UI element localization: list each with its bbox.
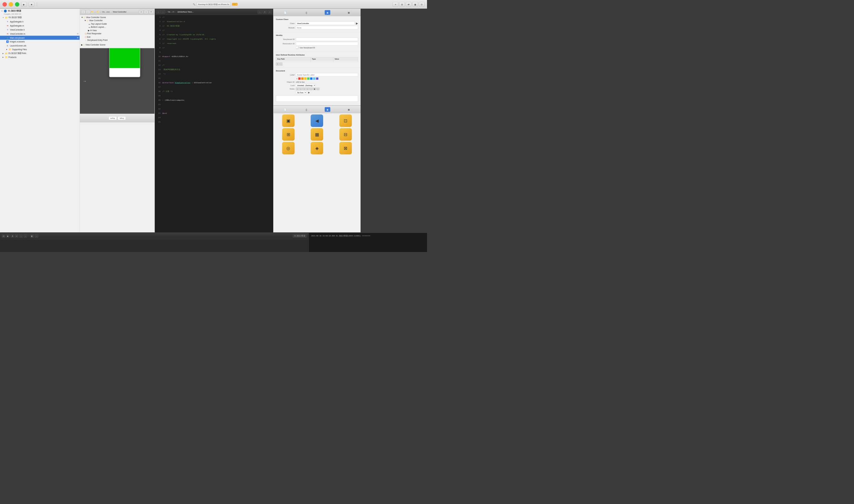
ui-lib-gridview[interactable]: ⊠ (339, 142, 352, 155)
ui-lib-collectionview[interactable]: ▦ (311, 128, 323, 141)
ud-remove-btn[interactable]: − (279, 63, 283, 66)
sidebar-item-mainstoryboard[interactable]: ◧ Main.storyboard M (0, 36, 80, 40)
warning-btn[interactable]: ⚠ (139, 10, 144, 14)
label-input[interactable] (296, 73, 358, 76)
ud-add-btn[interactable]: + (276, 63, 279, 66)
color-x-icon[interactable]: ✕ (296, 77, 298, 80)
minimize-button[interactable] (9, 2, 13, 6)
scene-bottom-layout[interactable]: ▬ Bottom Layout… (80, 25, 155, 29)
notes-textarea[interactable] (276, 95, 358, 102)
lib-tab-media[interactable]: ▣ (346, 107, 351, 112)
lib-tab-file[interactable]: 📄 (282, 107, 288, 112)
scene-view-controller[interactable]: ▼ ⬡ View Controller (80, 19, 155, 22)
add-code-btn[interactable]: + (268, 10, 272, 14)
debug-pause-btn[interactable]: ⏸ (11, 234, 14, 238)
ui-lib-tableview[interactable]: ⊞ (282, 128, 294, 141)
storyboard-id-input[interactable] (296, 38, 358, 41)
use-storyboard-checkbox[interactable] (296, 47, 298, 49)
font-select[interactable]: No Font (296, 91, 307, 94)
ui-lib-3dview[interactable]: ◈ (311, 142, 323, 155)
code-bc-1[interactable]: Vie…r.h (167, 10, 175, 13)
layout-btn-4[interactable]: ▣ (412, 2, 418, 6)
debug-step-btn[interactable]: ↩ (15, 234, 18, 238)
notes-align-right[interactable]: ≡ (303, 88, 306, 90)
sidebar-item-tests[interactable]: ▶ 📁 01-加法计算器Tests (0, 52, 80, 55)
bc-item-4[interactable]: View Controller (112, 10, 127, 13)
maximize-button[interactable] (15, 2, 19, 6)
color-swatch-purple[interactable] (316, 77, 319, 80)
sidebar-item-products[interactable]: ▶ 📁 Products (0, 55, 80, 59)
nav-forward-btn[interactable]: › (86, 10, 90, 14)
project-root[interactable]: ▼ 🔵 01-加法计算器 (0, 9, 80, 13)
restoration-id-input[interactable] (296, 42, 358, 46)
scene-exit[interactable]: ⬡ Exit (80, 35, 155, 39)
scene-top-layout[interactable]: ▬ Top Layout Guide (80, 22, 155, 25)
scheme-selector[interactable]: Running 01-加法计算器 on iPhone 5s (197, 2, 231, 6)
inspector-tab-file[interactable]: 📄 (282, 10, 288, 15)
layout-btn-3[interactable]: ⇄ (406, 2, 412, 6)
scene-first-responder[interactable]: ⬡ First Responder (80, 32, 155, 36)
notes-box[interactable]: ▣ (313, 88, 316, 90)
app-name-btn[interactable]: 01-加法计算器 (293, 234, 307, 238)
color-swatch-red[interactable] (298, 77, 301, 80)
code-nav-forward[interactable]: › (161, 10, 165, 14)
layout-btn-2[interactable]: ⊞ (399, 2, 405, 6)
notes-dash[interactable]: — (310, 88, 313, 90)
ui-lib-splitview[interactable]: ⊟ (339, 128, 352, 141)
notes-align-justify[interactable]: ≡ (306, 88, 309, 90)
inspector-tab-identity[interactable]: ◉ (325, 10, 330, 15)
bc-item-1[interactable]: 📁 (90, 10, 94, 13)
lock-select[interactable]: Inherited - (Nothing) (296, 84, 316, 87)
next-issue-btn[interactable]: 2 (262, 10, 267, 14)
stop-button[interactable]: ■ (29, 2, 34, 6)
scene-view[interactable]: ▶ ▣ View (80, 29, 155, 32)
module-input[interactable] (296, 26, 358, 29)
sidebar-item-appdelegateh[interactable]: h AppDelegate.h (0, 20, 80, 24)
scene-storyboard-entry[interactable]: → Storyboard Entry Point (80, 39, 155, 42)
color-swatch-lightblue[interactable] (313, 77, 316, 80)
sidebar-item-group-main[interactable]: ▼ 📁 01-加法计算器 (0, 16, 80, 20)
debug-arrow-btn[interactable]: → (35, 234, 38, 238)
notes-list[interactable]: ≡ (316, 88, 320, 90)
sidebar-item-viewcontrollerh[interactable]: h ViewController.h (0, 28, 80, 32)
code-bc-2[interactable]: @interface ViewController (177, 10, 196, 13)
code-nav-back[interactable]: ‹ (156, 10, 161, 14)
debug-filter-btn[interactable]: ⊟ (2, 234, 5, 238)
color-swatch-yellow[interactable] (304, 77, 307, 80)
add-btn[interactable]: + (144, 10, 148, 14)
sidebar-item-launchscreen[interactable]: ◧ LaunchScreen.xib (0, 44, 80, 48)
lib-tab-code[interactable]: {} (304, 107, 309, 112)
debug-upload-btn[interactable]: ↑ (19, 234, 23, 238)
color-swatch-green[interactable] (307, 77, 310, 80)
color-swatch-blue[interactable] (310, 77, 312, 80)
size-class-h[interactable]: hAny (118, 116, 126, 120)
notes-align-left[interactable]: ≡ (296, 88, 299, 90)
sidebar-item-images[interactable]: ★ Images.xcassets (0, 40, 80, 44)
sidebar-item-viewcontrollerm[interactable]: m ViewController.m M (0, 32, 80, 36)
color-swatch-orange[interactable] (301, 77, 304, 80)
layout-btn-1[interactable]: ≡ (393, 2, 398, 6)
scene-vc-scene-2[interactable]: ▶ ⬡ View Controller Scene (80, 43, 155, 47)
sidebar-item-supporting[interactable]: ▶ 📁 Supporting Files (0, 48, 80, 52)
notes-align-center[interactable]: ≡ (299, 88, 303, 90)
layout-btn-5[interactable]: ⊟ (419, 2, 424, 6)
ui-lib-tabcontroller[interactable]: ⊡ (339, 114, 352, 127)
ui-lib-pageview[interactable]: ◎ (282, 142, 294, 155)
debug-download-btn[interactable]: ↓ (24, 234, 27, 238)
font-arrow[interactable]: ▶ (308, 91, 310, 94)
sidebar-item-appdelegatem[interactable]: m AppDelegate.m (0, 24, 80, 28)
bc-item-2[interactable]: 📁 (96, 10, 100, 13)
ui-lib-navcontroller[interactable]: ◀ (311, 114, 323, 127)
close-button[interactable] (2, 2, 7, 6)
class-input[interactable] (296, 21, 355, 25)
lib-tab-ui[interactable]: ◉ (325, 107, 330, 112)
size-class-w[interactable]: wAny (109, 116, 117, 120)
debug-play-btn[interactable]: ▶ (6, 234, 10, 238)
scene-view-controller-scene[interactable]: ▼ ⬡ View Controller Scene (80, 16, 155, 19)
bc-item-3[interactable]: Vie…ene (102, 10, 110, 13)
debug-view-btn[interactable]: ◧ (31, 234, 34, 238)
inspector-tab-size[interactable]: ▣ (346, 10, 351, 15)
prev-issue-btn[interactable]: ‹ (258, 10, 262, 14)
ui-lib-viewcontroller[interactable]: ▣ (282, 114, 294, 127)
class-arrow-btn[interactable]: ▶ (356, 21, 358, 25)
